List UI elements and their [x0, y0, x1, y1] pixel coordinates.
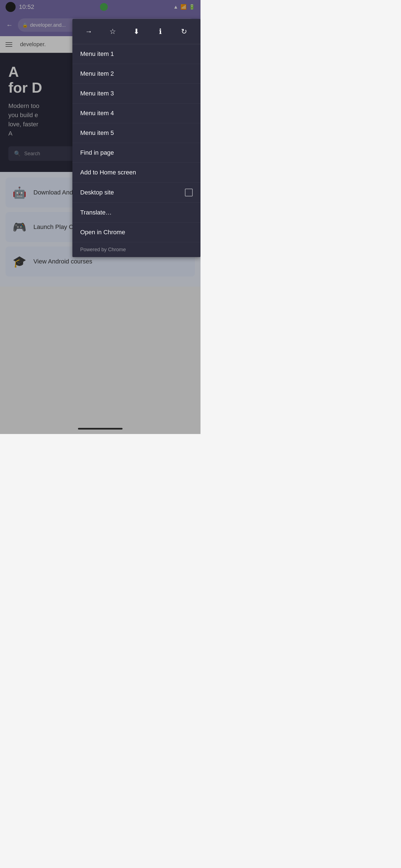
- menu-item-checkbox[interactable]: [185, 189, 193, 196]
- bookmark-button[interactable]: ☆: [106, 25, 119, 38]
- menu-item-label: Menu item 2: [80, 70, 114, 78]
- menu-item-6[interactable]: Find in page: [73, 143, 200, 163]
- menu-item-label: Menu item 4: [80, 110, 114, 117]
- menu-item-10[interactable]: Open in Chrome: [73, 223, 200, 242]
- menu-item-label: Open in Chrome: [80, 229, 125, 236]
- forward-button[interactable]: →: [82, 25, 96, 38]
- menu-item-9[interactable]: Translate…: [73, 203, 200, 223]
- menu-item-1[interactable]: Menu item 1: [73, 44, 200, 64]
- menu-item-2[interactable]: Menu item 2: [73, 64, 200, 84]
- download-icon: ⬇: [134, 27, 140, 36]
- menu-item-8[interactable]: Desktop site: [73, 183, 200, 203]
- refresh-icon: ↻: [181, 27, 187, 36]
- menu-item-label: Add to Home screen: [80, 169, 136, 176]
- menu-item-label: Translate…: [80, 209, 112, 216]
- forward-icon: →: [85, 27, 92, 36]
- menu-items-container: Menu item 1Menu item 2Menu item 3Menu it…: [73, 44, 200, 242]
- bookmark-icon: ☆: [109, 27, 116, 36]
- menu-toolbar: → ☆ ⬇ ℹ ↻: [73, 19, 200, 44]
- menu-item-label: Desktop site: [80, 189, 114, 196]
- menu-item-label: Menu item 3: [80, 90, 114, 97]
- menu-item-label: Menu item 5: [80, 129, 114, 136]
- info-button[interactable]: ℹ: [153, 25, 167, 38]
- menu-item-7[interactable]: Add to Home screen: [73, 163, 200, 183]
- menu-item-5[interactable]: Menu item 5: [73, 123, 200, 143]
- download-button[interactable]: ⬇: [130, 25, 143, 38]
- refresh-button[interactable]: ↻: [177, 25, 191, 38]
- info-icon: ℹ: [159, 27, 162, 36]
- menu-item-label: Menu item 1: [80, 50, 114, 58]
- menu-item-3[interactable]: Menu item 3: [73, 84, 200, 103]
- menu-item-label: Find in page: [80, 149, 114, 156]
- dropdown-menu: → ☆ ⬇ ℹ ↻ Menu item 1Menu item 2Menu ite…: [73, 19, 200, 257]
- powered-by: Powered by Chrome: [73, 242, 200, 257]
- menu-item-4[interactable]: Menu item 4: [73, 103, 200, 123]
